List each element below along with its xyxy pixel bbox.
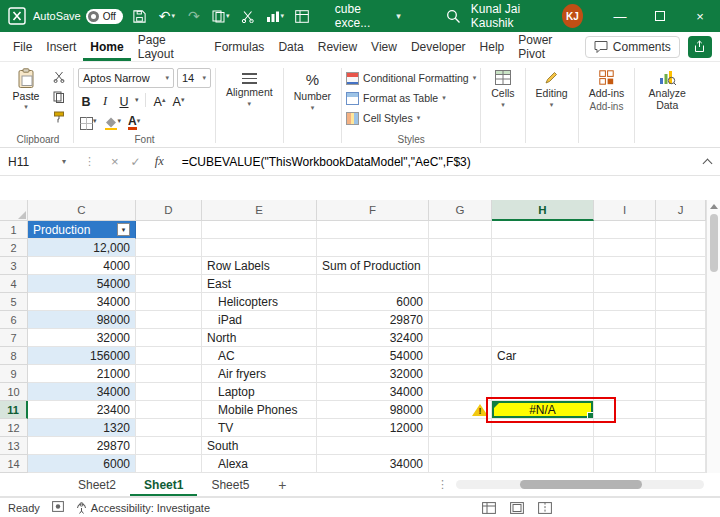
cell[interactable] — [429, 365, 492, 383]
cell[interactable]: Air fryers — [202, 365, 317, 383]
enter-icon[interactable]: ✓ — [125, 155, 147, 169]
cell[interactable] — [429, 275, 492, 293]
insert-function-icon[interactable]: fx — [147, 154, 172, 169]
increase-font-button[interactable]: A▴ — [152, 91, 168, 109]
cell[interactable]: 12000 — [317, 419, 429, 437]
cell[interactable] — [136, 275, 202, 293]
cell[interactable] — [656, 419, 706, 437]
cell[interactable]: 6000 — [317, 293, 429, 311]
error-warning-icon[interactable]: ! — [472, 403, 488, 417]
number-button[interactable]: % Number ▾ — [288, 66, 337, 112]
cell[interactable] — [136, 221, 202, 239]
formula-bar-handle[interactable]: ⋮ — [74, 155, 105, 168]
cell[interactable] — [594, 257, 656, 275]
underline-button[interactable]: U — [116, 91, 132, 109]
column-header-e[interactable]: E — [202, 200, 317, 221]
cell[interactable]: Helicopters — [202, 293, 317, 311]
row-header[interactable]: 8 — [0, 347, 28, 365]
analyze-data-button[interactable]: Analyze Data — [639, 66, 695, 111]
cell[interactable] — [492, 257, 594, 275]
font-color-button[interactable]: A▾ — [126, 112, 142, 130]
cell[interactable]: Mobile Phones — [202, 401, 317, 419]
cell[interactable] — [492, 437, 594, 455]
tab-insert[interactable]: Insert — [39, 32, 83, 61]
cell[interactable] — [594, 329, 656, 347]
cell[interactable] — [656, 257, 706, 275]
cell[interactable]: 32400 — [317, 329, 429, 347]
redo-button[interactable]: ↷ — [184, 4, 204, 28]
row-header[interactable]: 13 — [0, 437, 28, 455]
tab-review[interactable]: Review — [311, 32, 364, 61]
vertical-scrollbar[interactable] — [706, 200, 720, 473]
cancel-icon[interactable]: × — [105, 154, 125, 169]
close-button[interactable]: × — [680, 0, 720, 32]
cell[interactable]: Alexa — [202, 455, 317, 473]
save-button[interactable] — [130, 4, 150, 28]
cell[interactable]: Laptop — [202, 383, 317, 401]
cell[interactable]: 34000 — [28, 293, 136, 311]
row-header[interactable]: 12 — [0, 419, 28, 437]
cell[interactable] — [429, 347, 492, 365]
cell[interactable] — [656, 401, 706, 419]
formula-input[interactable]: =CUBEVALUE("ThisWorkbookDataModel","AeC"… — [172, 155, 694, 169]
column-header-j[interactable]: J — [656, 200, 706, 221]
decrease-font-button[interactable]: A▾ — [171, 91, 187, 109]
sheet-tab-sheet2[interactable]: Sheet2 — [64, 473, 130, 496]
cell[interactable]: 1320 — [28, 419, 136, 437]
row-header[interactable]: 6 — [0, 311, 28, 329]
cell[interactable] — [429, 419, 492, 437]
row-header[interactable]: 5 — [0, 293, 28, 311]
cell[interactable] — [202, 221, 317, 239]
cell[interactable] — [492, 329, 594, 347]
qat-chart-button[interactable]: ▾ — [265, 4, 285, 28]
cell[interactable] — [429, 293, 492, 311]
copy-button[interactable] — [49, 88, 69, 106]
selected-cell-h11-error[interactable]: #N/A — [492, 401, 594, 419]
cell[interactable] — [492, 275, 594, 293]
tab-home[interactable]: Home — [83, 32, 130, 61]
tab-developer[interactable]: Developer — [404, 32, 473, 61]
tab-file[interactable]: File — [6, 32, 39, 61]
tab-scroll-handle[interactable]: ⋮ — [437, 478, 448, 491]
cell[interactable]: North — [202, 329, 317, 347]
cell[interactable]: 34000 — [317, 455, 429, 473]
comments-button[interactable]: Comments — [585, 36, 680, 58]
column-header-i[interactable]: I — [594, 200, 656, 221]
cell[interactable] — [594, 275, 656, 293]
cell[interactable] — [317, 239, 429, 257]
search-button[interactable] — [444, 4, 464, 28]
cell[interactable]: 23400 — [28, 401, 136, 419]
format-painter-button[interactable] — [49, 108, 69, 126]
cell[interactable] — [594, 311, 656, 329]
qat-cut-button[interactable] — [238, 4, 258, 28]
accessibility-status[interactable]: Accessibility: Investigate — [76, 502, 210, 514]
cell[interactable] — [136, 437, 202, 455]
cell[interactable] — [656, 365, 706, 383]
cell[interactable] — [656, 275, 706, 293]
cell[interactable]: 6000 — [28, 455, 136, 473]
tab-data[interactable]: Data — [271, 32, 310, 61]
cell-sum-of-production[interactable]: Sum of Production — [317, 257, 429, 275]
user-account-button[interactable]: Kunal Jai Kaushik KJ — [471, 2, 583, 30]
cell[interactable] — [136, 257, 202, 275]
cell[interactable] — [656, 437, 706, 455]
autosave-toggle[interactable]: AutoSave Off — [33, 9, 123, 24]
cell[interactable] — [492, 455, 594, 473]
paste-button[interactable]: Paste ▾ — [7, 66, 45, 111]
cell[interactable]: 4000 — [28, 257, 136, 275]
cell[interactable] — [136, 419, 202, 437]
cell[interactable]: AC — [202, 347, 317, 365]
cell[interactable] — [656, 239, 706, 257]
cell[interactable]: 34000 — [28, 383, 136, 401]
page-break-view-icon[interactable] — [538, 502, 552, 514]
cell[interactable] — [492, 365, 594, 383]
cell[interactable] — [429, 221, 492, 239]
cell[interactable] — [429, 257, 492, 275]
file-name-button[interactable]: cube exce... ▾ — [335, 2, 401, 30]
cell[interactable] — [136, 347, 202, 365]
collapse-ribbon-button[interactable] — [694, 157, 720, 167]
cell[interactable] — [594, 455, 656, 473]
cell-styles-button[interactable]: Cell Styles ▾ — [346, 109, 476, 127]
cell[interactable] — [136, 455, 202, 473]
cell[interactable] — [594, 383, 656, 401]
